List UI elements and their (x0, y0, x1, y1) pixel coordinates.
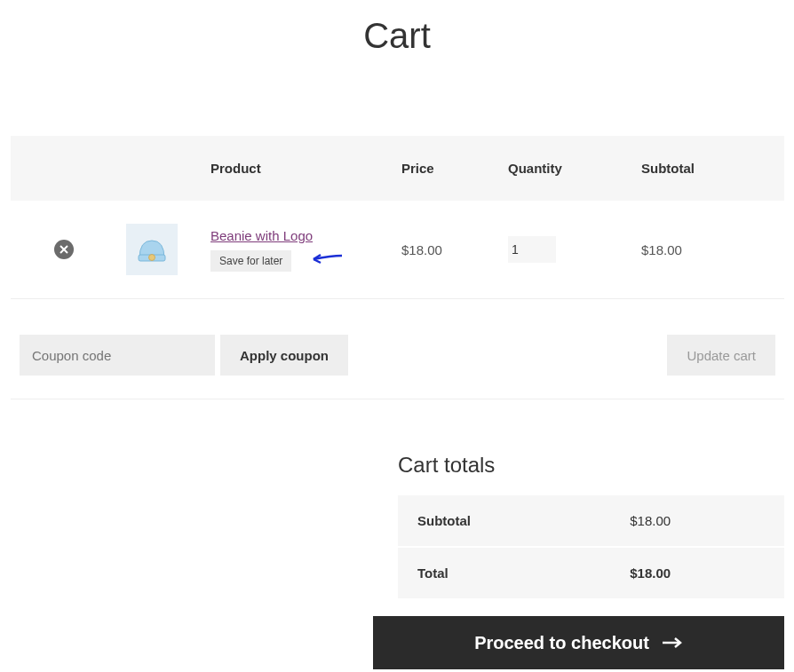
close-icon (60, 245, 68, 254)
col-remove (11, 136, 117, 201)
checkout-label: Proceed to checkout (474, 633, 649, 653)
product-link[interactable]: Beanie with Logo (210, 228, 313, 243)
remove-item-button[interactable] (54, 240, 74, 259)
update-cart-button[interactable]: Update cart (667, 335, 775, 376)
cart-table: Product Price Quantity Subtotal (11, 136, 784, 399)
total-label: Total (398, 547, 610, 598)
col-price: Price (393, 136, 499, 201)
subtotal-label: Subtotal (398, 495, 610, 547)
quantity-input[interactable] (508, 236, 556, 263)
apply-coupon-button[interactable]: Apply coupon (220, 335, 348, 376)
total-value: $18.00 (610, 547, 784, 598)
cart-item-row: Beanie with Logo Save for later $18.00 $… (11, 201, 784, 299)
page-title: Cart (0, 16, 794, 56)
cart-totals-table: Subtotal $18.00 Total $18.00 (398, 495, 784, 598)
item-subtotal: $18.00 (632, 201, 784, 299)
save-for-later-button[interactable]: Save for later (210, 250, 291, 272)
coupon-code-input[interactable] (20, 335, 215, 376)
cart-totals-section: Cart totals Subtotal $18.00 Total $18.00… (398, 453, 784, 669)
arrow-right-icon (662, 631, 683, 654)
cart-totals-title: Cart totals (398, 453, 784, 478)
subtotal-value: $18.00 (610, 495, 784, 547)
col-subtotal: Subtotal (632, 136, 784, 201)
cart-actions-bar: Apply coupon Update cart (20, 335, 775, 376)
annotation-arrow-icon (305, 252, 344, 269)
beanie-icon (134, 232, 170, 267)
proceed-to-checkout-button[interactable]: Proceed to checkout (373, 616, 784, 669)
product-thumbnail[interactable] (126, 224, 178, 275)
col-quantity: Quantity (499, 136, 632, 201)
svg-point-3 (149, 255, 155, 261)
col-thumbnail (117, 136, 202, 201)
col-product: Product (202, 136, 393, 201)
item-price: $18.00 (393, 201, 499, 299)
